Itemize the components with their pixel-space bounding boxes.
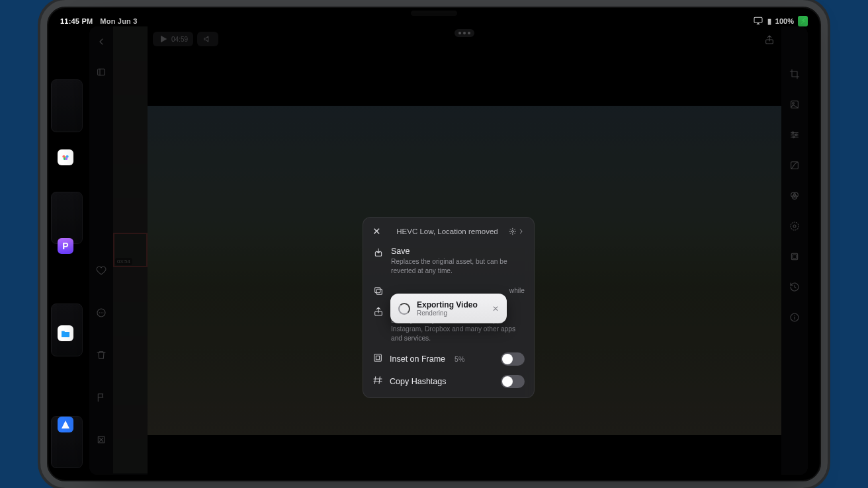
svg-line-43	[374, 377, 375, 384]
inset-toggle[interactable]	[501, 352, 525, 366]
app-switcher-card[interactable]	[51, 192, 83, 245]
svg-rect-39	[375, 287, 380, 292]
video-duration-chip[interactable]: 04:59	[153, 32, 193, 46]
share-icon	[372, 306, 384, 343]
spinner-icon	[398, 303, 410, 315]
thumbnail[interactable]	[113, 439, 148, 473]
thumbnail[interactable]	[113, 164, 148, 198]
close-sheet-button[interactable]: ✕	[372, 225, 386, 237]
save-icon	[372, 247, 384, 276]
toast-close-button[interactable]: ✕	[492, 304, 499, 313]
thumbnail[interactable]	[113, 61, 148, 95]
inset-icon	[372, 352, 383, 365]
charging-icon: ⚡︎	[801, 17, 806, 26]
thumbnail[interactable]	[113, 267, 148, 302]
audio-chip[interactable]	[197, 32, 218, 46]
reject-button[interactable]	[93, 431, 110, 448]
svg-point-11	[103, 312, 103, 313]
sheet-settings-button[interactable]	[509, 226, 525, 237]
battery-pill: ⚡︎	[798, 16, 808, 26]
status-time: 11:45 PM	[60, 17, 93, 25]
toast-title: Exporting Video	[417, 300, 478, 309]
battery-icon: ▮	[767, 17, 771, 26]
thumbnail[interactable]	[113, 26, 148, 61]
toast-subtitle: Rendering	[417, 309, 478, 317]
inset-frame-row: Inset on Frame 5%	[372, 352, 525, 366]
collapse-sidebar-icon[interactable]	[93, 63, 110, 81]
copy-hashtags-label: Copy Hashtags	[390, 377, 446, 386]
svg-rect-0	[754, 17, 762, 22]
airplay-icon	[753, 15, 763, 27]
thumbnail[interactable]	[113, 95, 148, 130]
app-icon-darkroom[interactable]: P	[58, 238, 73, 254]
info-tool[interactable]	[787, 309, 803, 325]
svg-point-29	[793, 225, 796, 227]
favorite-button[interactable]	[93, 262, 110, 279]
app-icon-affinity[interactable]	[58, 417, 73, 432]
svg-point-35	[794, 315, 795, 316]
thumbnail[interactable]	[113, 370, 148, 405]
copy-hashtags-row: Copy Hashtags	[372, 375, 525, 388]
svg-rect-32	[793, 255, 796, 258]
battery-percent: 100%	[775, 17, 794, 25]
copy-hashtags-toggle[interactable]	[501, 375, 525, 388]
copy-icon	[372, 286, 384, 296]
svg-point-10	[101, 312, 101, 313]
thumbnail[interactable]	[113, 302, 148, 336]
svg-rect-38	[376, 289, 382, 294]
frame-tool[interactable]	[787, 249, 803, 264]
back-button[interactable]	[93, 33, 110, 50]
export-toast: Exporting Video Rendering ✕	[390, 294, 507, 323]
app-window: 04:59	[89, 26, 808, 475]
right-toolbar	[781, 26, 808, 475]
svg-point-5	[65, 157, 67, 160]
svg-point-18	[793, 102, 795, 104]
svg-line-44	[379, 377, 380, 384]
delete-button[interactable]	[93, 346, 110, 364]
photo-tool[interactable]	[787, 97, 803, 112]
save-label: Save	[391, 247, 525, 256]
share-button[interactable]	[764, 34, 775, 48]
more-button[interactable]	[93, 304, 110, 321]
app-switcher-card[interactable]	[51, 79, 83, 132]
ipad-device-frame: 11:45 PM Mon Jun 3 ▮ 100% ⚡︎ P	[40, 0, 828, 488]
flag-button[interactable]	[93, 389, 110, 406]
status-date: Mon Jun 3	[100, 17, 137, 25]
thumbnail-strip[interactable]	[113, 26, 148, 475]
app-icon-files[interactable]	[58, 325, 73, 341]
thumbnail[interactable]	[113, 198, 148, 233]
status-bar: 11:45 PM Mon Jun 3 ▮ 100% ⚡︎	[47, 15, 821, 28]
thumbnail-selected[interactable]	[113, 233, 148, 267]
video-duration: 04:59	[171, 36, 188, 43]
app-body: 04:59	[89, 26, 808, 475]
save-row[interactable]: Save Replaces the original asset, but ca…	[372, 247, 525, 276]
thumbnail[interactable]	[113, 130, 148, 164]
svg-rect-6	[98, 69, 105, 75]
svg-rect-31	[791, 253, 797, 259]
hashtag-icon	[372, 375, 383, 387]
inset-percent: 5%	[455, 355, 464, 363]
window-grabber[interactable]	[455, 29, 474, 37]
adjust-tool[interactable]	[787, 127, 803, 143]
canvas-topbar: 04:59	[153, 32, 218, 46]
svg-point-30	[791, 222, 799, 230]
sheet-title: HEVC Low, Location removed	[386, 227, 509, 235]
left-toolbar	[89, 26, 113, 475]
svg-rect-42	[376, 356, 379, 360]
svg-rect-41	[374, 354, 382, 362]
save-description: Replaces the original asset, but can be …	[391, 257, 525, 276]
thumbnail[interactable]	[113, 336, 148, 370]
crop-tool[interactable]	[787, 66, 803, 82]
curves-tool[interactable]	[787, 157, 803, 173]
svg-point-9	[99, 312, 100, 313]
app-icon-photos[interactable]	[58, 149, 73, 165]
svg-point-36	[511, 231, 513, 233]
color-tool[interactable]	[787, 188, 803, 204]
inset-label: Inset on Frame	[390, 354, 445, 364]
focus-tool[interactable]	[787, 218, 803, 234]
app-switcher-rail[interactable]: P	[51, 79, 89, 468]
svg-marker-15	[161, 36, 167, 43]
thumbnail[interactable]	[113, 405, 148, 439]
history-tool[interactable]	[787, 279, 803, 295]
